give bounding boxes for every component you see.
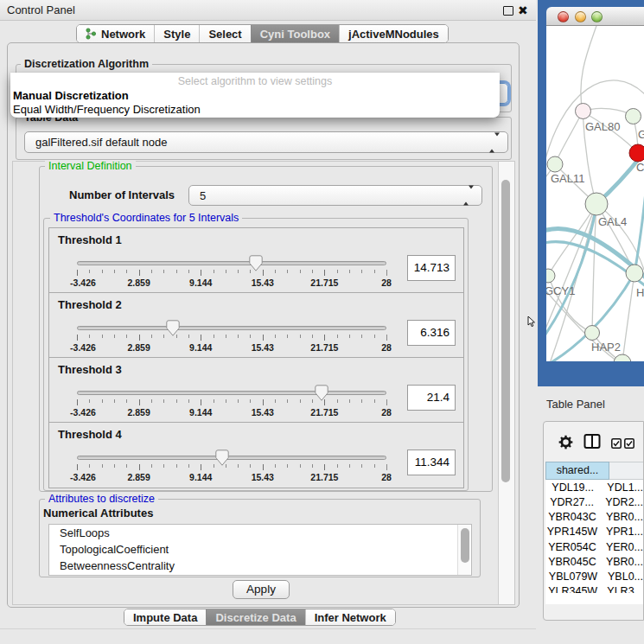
tab-jactivemnodules[interactable]: jActiveMNodules	[339, 25, 448, 42]
threshold-value-box[interactable]: 11.344	[407, 450, 456, 475]
threshold-value-box[interactable]: 21.4	[407, 385, 456, 411]
network-node-label: C	[636, 161, 644, 174]
tab-network[interactable]: Network	[77, 25, 154, 42]
network-node[interactable]	[547, 156, 563, 172]
slider-thumb[interactable]	[249, 255, 263, 271]
network-node[interactable]	[585, 193, 608, 215]
table-row[interactable]: YBR043CYBR0...	[545, 510, 643, 525]
tab-cyni-toolbox[interactable]: Cyni Toolbox	[251, 25, 339, 42]
network-node[interactable]	[546, 269, 555, 283]
threshold-row: Threshold 4 -3.4262.8599.14415.4321.7152…	[49, 423, 463, 488]
threshold-label: Threshold 4	[58, 428, 122, 441]
threshold-slider[interactable]: -3.4262.8599.14415.4321.71528	[77, 254, 386, 292]
table-row[interactable]: YER054CYER0...	[545, 539, 643, 554]
network-node[interactable]	[614, 354, 631, 361]
close-traffic-light-icon[interactable]	[558, 11, 569, 22]
close-icon[interactable]: ✖	[518, 3, 528, 18]
table-rows[interactable]: YDL19...YDL1...YDR27...YDR2...YBR043CYBR…	[545, 480, 643, 593]
cell-name[interactable]: YBL0...	[601, 571, 643, 583]
minimize-traffic-light-icon[interactable]	[575, 11, 586, 22]
zoom-traffic-light-icon[interactable]	[591, 11, 603, 22]
table-data-combobox[interactable]: galFiltered.sif default node	[24, 131, 508, 153]
network-node[interactable]	[576, 104, 591, 119]
dropdown-option-equal-width[interactable]: Equal Width/Frequency Discretization	[13, 103, 201, 116]
cell-shared-name[interactable]: YBR043C	[545, 511, 599, 523]
cell-name[interactable]: YDR2...	[598, 496, 643, 508]
algorithm-dropdown-popup: Select algorithm to view settings Manual…	[10, 73, 500, 118]
list-item[interactable]: SelfLoops	[49, 525, 471, 541]
slider-tick-label: 2.859	[127, 342, 150, 353]
cell-shared-name[interactable]: YBL079W	[545, 571, 601, 583]
cell-shared-name[interactable]: YBR045C	[545, 556, 599, 568]
slider-thumb[interactable]	[215, 450, 229, 466]
network-node[interactable]	[626, 265, 643, 282]
network-node[interactable]	[629, 144, 644, 162]
gear-icon[interactable]	[558, 435, 573, 450]
cell-name[interactable]: YBR0...	[599, 511, 643, 523]
list-item[interactable]: TopologicalCoefficient	[49, 541, 471, 558]
cell-name[interactable]: YDL1...	[600, 481, 643, 494]
tab-infer-network[interactable]: Infer Network	[305, 609, 395, 625]
slider-tick-label: -3.426	[70, 342, 96, 353]
table-row[interactable]: YPR145WYPR1...	[545, 525, 643, 539]
threshold-value-box[interactable]: 14.713	[407, 255, 456, 281]
slider-thumb[interactable]	[166, 320, 180, 336]
checkbox-icon[interactable]	[624, 438, 634, 449]
threshold-label: Threshold 2	[58, 298, 122, 311]
cell-shared-name[interactable]: YER054C	[545, 541, 599, 553]
slider-major-ticks	[77, 270, 387, 276]
table-row[interactable]: YDR27...YDR2...	[545, 494, 643, 509]
network-node[interactable]	[585, 326, 600, 341]
slider-tick-label: 2.859	[127, 472, 150, 482]
table-row[interactable]: YBR045CYBR0...	[545, 554, 643, 569]
cell-shared-name[interactable]: YPR145W	[545, 526, 599, 538]
column-header-name[interactable]: n...	[609, 462, 644, 480]
threshold-slider[interactable]: -3.4262.8599.14415.4321.71528	[77, 384, 386, 422]
tab-discretize-data[interactable]: Discretize Data	[206, 609, 304, 625]
tab-style[interactable]: Style	[154, 25, 199, 42]
cell-name[interactable]: YER0...	[599, 541, 643, 553]
checkbox-icon[interactable]	[611, 438, 622, 449]
slider-track[interactable]	[77, 391, 386, 395]
cell-shared-name[interactable]: YLR345W	[545, 585, 600, 593]
cell-shared-name[interactable]: YDL19...	[545, 481, 600, 494]
tab-impute-data[interactable]: Impute Data	[124, 609, 206, 625]
cell-name[interactable]: YPR1...	[599, 526, 643, 538]
slider-track[interactable]	[77, 456, 386, 460]
list-scrollbar-thumb[interactable]	[461, 528, 469, 563]
threshold-slider[interactable]: -3.4262.8599.14415.4321.71528	[77, 449, 386, 487]
table-panel: shared... n... YDL19...YDL1...YDR27...YD…	[543, 421, 644, 621]
threshold-slider[interactable]: -3.4262.8599.14415.4321.71528	[77, 319, 386, 357]
list-item[interactable]: BetweennessCentrality	[49, 558, 471, 574]
table-row[interactable]: YDL19...YDL1...	[545, 480, 643, 494]
dropdown-option-manual[interactable]: Manual Discretization	[13, 89, 129, 102]
network-window-titlebar[interactable]	[546, 7, 644, 26]
cell-shared-name[interactable]: YDR27...	[545, 496, 598, 508]
apply-button[interactable]: Apply	[233, 580, 290, 599]
table-row[interactable]: YBL079WYBL0...	[545, 570, 643, 584]
tab-select[interactable]: Select	[199, 25, 250, 42]
threshold-value-box[interactable]: 6.316	[407, 320, 456, 346]
numerical-attributes-list[interactable]: SelfLoopsTopologicalCoefficientBetweenne…	[48, 524, 472, 576]
cell-name[interactable]: YLR3...	[600, 585, 643, 593]
table-row[interactable]: YLR345WYLR3...	[545, 584, 643, 593]
split-columns-icon[interactable]	[583, 433, 601, 450]
slider-tick-label: 28	[381, 277, 392, 288]
threshold-label: Threshold 3	[58, 363, 122, 376]
slider-thumb[interactable]	[315, 385, 328, 401]
number-of-intervals-value: 5	[200, 186, 206, 205]
table-data-value: galFiltered.sif default node	[35, 132, 167, 152]
list-scrollbar-track[interactable]	[457, 525, 470, 575]
vertical-scrollbar-thumb[interactable]	[501, 180, 510, 482]
network-node[interactable]	[626, 109, 641, 124]
cell-name[interactable]: YBR0...	[599, 556, 643, 568]
slider-tick-labels: -3.4262.8599.14415.4321.71528	[77, 407, 386, 419]
slider-track[interactable]	[77, 261, 386, 265]
network-canvas[interactable]: GAL80GACGAL11GAL4GCY1HHAP2	[546, 26, 644, 361]
float-window-icon[interactable]	[503, 6, 513, 16]
column-header-shared-name[interactable]: shared...	[545, 462, 609, 480]
slider-track[interactable]	[77, 326, 386, 330]
network-node-label: GAL4	[598, 215, 627, 228]
threshold-row: Threshold 3 -3.4262.8599.14415.4321.7152…	[49, 358, 463, 423]
number-of-intervals-combobox[interactable]: 5	[188, 185, 482, 206]
